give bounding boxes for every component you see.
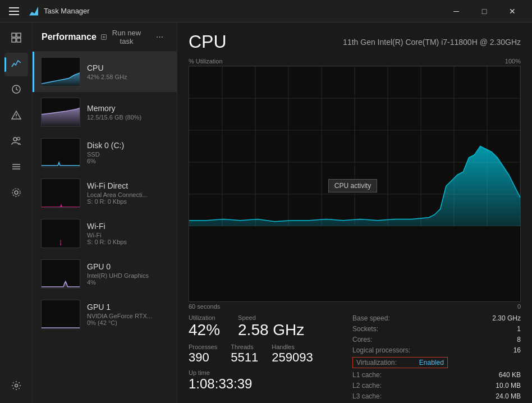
cpu-info: CPU 42% 2.58 GHz — [87, 63, 170, 80]
memory-info: Memory 12.5/15.6 GB (80%) — [87, 104, 170, 121]
wifi-val: S: 0 R: 0 Kbps — [87, 239, 170, 245]
info-row-l2: L2 cache: 10.0 MB — [352, 382, 521, 390]
chart-bottom-label: 60 seconds 0 — [177, 302, 532, 311]
processes-icon — [11, 33, 21, 45]
rail-item-services[interactable] — [4, 182, 28, 205]
disk-sub1: SSD — [87, 151, 170, 158]
more-options-button[interactable]: ⋯ — [152, 30, 168, 43]
sidebar-item-wifi-direct[interactable]: Wi-Fi Direct Local Area Connecti... S: 0… — [33, 173, 177, 213]
uptime-label: Up time — [189, 369, 352, 376]
rail-item-users[interactable] — [4, 130, 28, 154]
gpu0-name: GPU 0 — [87, 262, 170, 271]
svg-point-14 — [12, 189, 20, 196]
svg-point-15 — [15, 384, 17, 387]
svg-point-8 — [13, 138, 17, 141]
threads-stat-label: Threads — [231, 344, 258, 350]
disk-val: 6% — [87, 158, 170, 164]
handles-stat-value: 259093 — [272, 350, 313, 365]
info-row-virtualization: Virtualization:Enabled — [352, 357, 521, 368]
processes-stat-label: Processes — [189, 344, 217, 350]
gpu0-info: GPU 0 Intel(R) UHD Graphics 4% — [87, 262, 170, 286]
history-icon — [11, 84, 21, 97]
sidebar-item-disk[interactable]: Disk 0 (C:) SSD 6% — [33, 132, 177, 173]
cpu-header: CPU 11th Gen Intel(R) Core(TM) i7-11800H… — [177, 22, 532, 57]
disk-info: Disk 0 (C:) SSD 6% — [87, 141, 170, 164]
speed-stat-value: 2.58 GHz — [238, 321, 304, 339]
right-info-panel: Base speed: 2.30 GHz Sockets: 1 Cores: 8… — [352, 314, 521, 403]
sidebar-item-memory[interactable]: Memory 12.5/15.6 GB (80%) — [33, 92, 177, 132]
memory-name: Memory — [87, 104, 170, 113]
gpu1-info: GPU 1 NVIDIA GeForce RTX... 0% (42 °C) — [87, 303, 170, 326]
l1-key: L1 cache: — [352, 371, 382, 379]
cpu-thumb — [41, 57, 80, 86]
stat-threads: Threads 5511 — [231, 344, 258, 365]
stats-left: Utilization 42% Speed 2.58 GHz Processes… — [189, 314, 352, 403]
info-row-l1: L1 cache: 640 KB — [352, 371, 521, 379]
sidebar-title: Performance — [42, 32, 97, 42]
svg-marker-20 — [42, 108, 80, 126]
sidebar-item-gpu0[interactable]: GPU 0 Intel(R) UHD Graphics 4% — [33, 254, 177, 294]
rail-item-startup[interactable] — [4, 104, 28, 128]
icon-rail — [0, 22, 33, 403]
services-icon — [11, 187, 21, 200]
wifi-direct-info: Wi-Fi Direct Local Area Connecti... S: 0… — [87, 181, 170, 205]
wifi-info: Wi-Fi Wi-Fi S: 0 R: 0 Kbps — [87, 222, 170, 245]
close-button[interactable]: ✕ — [499, 2, 525, 20]
settings-icon — [11, 381, 21, 393]
menu-button[interactable] — [7, 3, 24, 20]
gpu0-thumb — [41, 259, 80, 288]
gpu1-val: 0% (42 °C) — [87, 319, 170, 326]
sidebar-actions: Run new task ⋯ — [97, 26, 168, 48]
memory-thumb — [41, 98, 80, 127]
performance-icon — [11, 58, 21, 71]
l3-val: 24.0 MB — [496, 392, 521, 400]
threads-stat-value: 5511 — [231, 350, 258, 365]
main-content: CPU 11th Gen Intel(R) Core(TM) i7-11800H… — [177, 22, 532, 403]
svg-point-13 — [15, 191, 18, 194]
memory-sub: 12.5/15.6 GB (80%) — [87, 114, 170, 121]
sidebar-item-wifi[interactable]: Wi-Fi Wi-Fi S: 0 R: 0 Kbps — [33, 213, 177, 254]
disk-name: Disk 0 (C:) — [87, 141, 170, 150]
sidebar-item-gpu1[interactable]: GPU 1 NVIDIA GeForce RTX... 0% (42 °C) — [33, 294, 177, 335]
logical-val: 16 — [513, 346, 521, 354]
svg-rect-1 — [17, 33, 21, 37]
rail-item-processes[interactable] — [4, 27, 28, 51]
rail-item-history[interactable] — [4, 79, 28, 102]
l2-val: 10.0 MB — [496, 382, 521, 390]
stat-speed: Speed 2.58 GHz — [238, 314, 304, 339]
gpu0-val: 4% — [87, 279, 170, 286]
rail-item-details[interactable] — [4, 156, 28, 180]
logical-key: Logical processors: — [352, 346, 410, 354]
uptime-value: 1:08:33:39 — [189, 376, 352, 392]
utilization-stat-value: 42% — [189, 321, 220, 339]
startup-icon — [11, 110, 21, 122]
rail-item-performance[interactable] — [4, 53, 28, 76]
details-icon — [11, 162, 21, 174]
handles-stat-label: Handles — [272, 344, 313, 350]
base-speed-key: Base speed: — [352, 314, 390, 322]
app-title: Task Manager — [44, 7, 90, 15]
maximize-button[interactable]: □ — [471, 2, 497, 20]
sidebar-item-cpu[interactable]: CPU 42% 2.58 GHz — [33, 52, 177, 92]
gpu0-sub1: Intel(R) UHD Graphics — [87, 272, 170, 279]
l2-key: L2 cache: — [352, 382, 382, 390]
svg-rect-0 — [12, 33, 16, 37]
wifi-name: Wi-Fi — [87, 222, 170, 231]
gpu1-thumb — [41, 300, 80, 329]
minimize-button[interactable]: ─ — [443, 2, 469, 20]
rail-item-settings[interactable] — [4, 375, 28, 399]
speed-stat-label: Speed — [238, 314, 304, 321]
time-label: 60 seconds — [189, 303, 220, 310]
wifi-thumb — [41, 219, 80, 248]
titlebar-left: Task Manager — [7, 3, 90, 20]
l1-val: 640 KB — [499, 371, 521, 379]
wifi-direct-val: S: 0 R: 0 Kbps — [87, 198, 170, 205]
sockets-val: 1 — [517, 325, 521, 333]
wifi-sub1: Wi-Fi — [87, 232, 170, 239]
run-new-task-button[interactable]: Run new task — [97, 26, 147, 48]
app-body: Performance Run new task ⋯ — [0, 22, 532, 403]
virtualization-val: Enabled — [419, 359, 444, 367]
cpu-title: CPU — [189, 31, 227, 52]
sidebar-header: Performance Run new task ⋯ — [33, 22, 177, 52]
svg-point-7 — [16, 117, 17, 118]
